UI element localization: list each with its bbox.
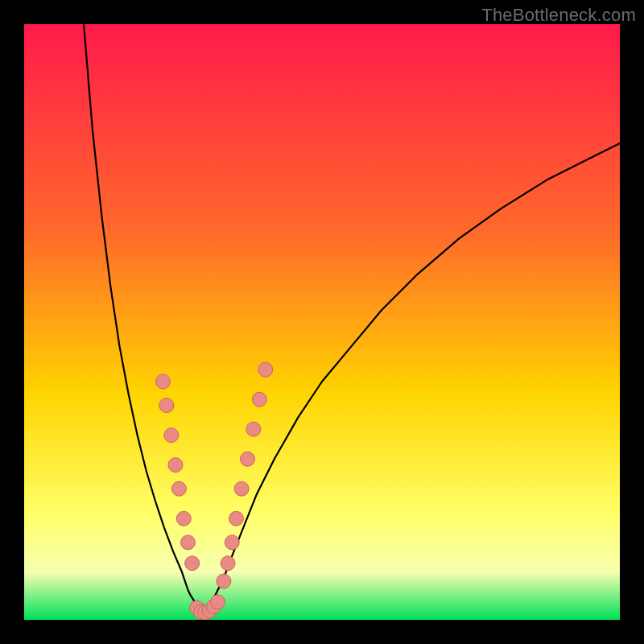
marker-point	[241, 452, 255, 466]
marker-point	[217, 574, 231, 588]
watermark-text: TheBottleneck.com	[481, 5, 636, 26]
marker-point	[225, 535, 239, 550]
marker-point	[246, 422, 261, 436]
marker-point	[176, 511, 191, 526]
marker-point	[159, 398, 174, 413]
marker-point	[229, 511, 243, 526]
marker-point	[155, 374, 170, 389]
marker-point	[171, 481, 186, 496]
marker-point	[164, 428, 179, 443]
marker-point	[211, 595, 225, 609]
marker-point	[221, 556, 235, 571]
marker-point	[185, 556, 200, 571]
chart-frame: TheBottleneck.com	[0, 0, 644, 644]
plot-area	[24, 24, 620, 620]
marker-point	[234, 481, 249, 496]
marker-point	[252, 392, 266, 407]
marker-point	[168, 458, 183, 473]
chart-svg	[24, 24, 620, 620]
marker-point	[181, 535, 196, 550]
marker-point	[258, 362, 273, 377]
gradient-background	[24, 24, 620, 620]
